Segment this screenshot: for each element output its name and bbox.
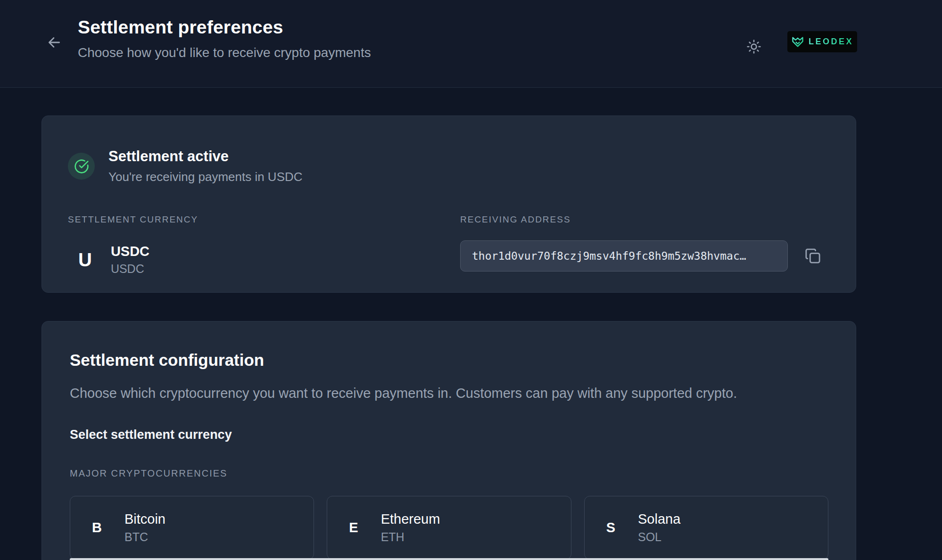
configuration-description: Choose which cryptocurrency you want to … <box>70 386 828 401</box>
settlement-currency-value: U USDC USDC <box>68 244 460 276</box>
status-subtitle: You're receiving payments in USDC <box>108 170 303 184</box>
currency-option-bitcoin[interactable]: B Bitcoin BTC <box>70 496 314 560</box>
currency-texts: USDC USDC <box>111 244 149 276</box>
option-name: Bitcoin <box>124 511 165 527</box>
status-texts: Settlement active You're receiving payme… <box>108 148 303 184</box>
option-texts: Ethereum ETH <box>381 511 440 544</box>
option-symbol: BTC <box>124 530 165 544</box>
brand-logo[interactable]: LEODEX <box>787 31 857 52</box>
option-texts: Solana SOL <box>638 511 680 544</box>
select-currency-label: Select settlement currency <box>70 428 828 442</box>
receiving-address-section: RECEIVING ADDRESS thor1d0vur70f8czj9msv4… <box>460 214 828 276</box>
sun-icon <box>746 39 761 54</box>
option-texts: Bitcoin BTC <box>124 511 165 544</box>
settlement-currency-label: SETTLEMENT CURRENCY <box>68 214 460 225</box>
solana-letter-icon: S <box>606 520 615 535</box>
theme-toggle-button[interactable] <box>745 38 763 56</box>
currency-symbol: USDC <box>111 262 149 276</box>
status-badge <box>68 153 95 180</box>
receiving-address-label: RECEIVING ADDRESS <box>460 214 828 225</box>
option-name: Ethereum <box>381 511 440 527</box>
page-subtitle: Choose how you'd like to receive crypto … <box>78 45 371 60</box>
page-title: Settlement preferences <box>78 17 371 38</box>
currency-name: USDC <box>111 244 149 259</box>
option-symbol: ETH <box>381 530 440 544</box>
back-button[interactable] <box>45 33 64 52</box>
settlement-configuration-card: Settlement configuration Choose which cr… <box>41 321 856 560</box>
next-section-peek <box>70 558 828 560</box>
copy-icon <box>805 248 821 264</box>
configuration-title: Settlement configuration <box>70 351 828 370</box>
settlement-status-card: Settlement active You're receiving payme… <box>41 115 856 293</box>
check-circle-icon <box>74 159 89 174</box>
major-cryptocurrencies-label: MAJOR CRYPTOCURRENCIES <box>70 468 828 479</box>
receiving-address-row: thor1d0vur70f8czj9msv4hf9fc8h9m5zw38hvma… <box>460 240 828 272</box>
receiving-address-field[interactable]: thor1d0vur70f8czj9msv4hf9fc8h9m5zw38hvma… <box>460 240 788 272</box>
settlement-currency-section: SETTLEMENT CURRENCY U USDC USDC <box>68 214 460 276</box>
header-titles: Settlement preferences Choose how you'd … <box>78 17 371 60</box>
status-details: SETTLEMENT CURRENCY U USDC USDC RECEIVIN… <box>68 214 828 276</box>
status-header: Settlement active You're receiving payme… <box>68 148 828 184</box>
currency-letter-icon: U <box>78 249 92 271</box>
currency-options-row: B Bitcoin BTC E Ethereum ETH S Solana SO… <box>70 496 828 560</box>
bitcoin-letter-icon: B <box>92 520 102 535</box>
page-header: Settlement preferences Choose how you'd … <box>0 0 942 88</box>
ethereum-letter-icon: E <box>349 520 358 535</box>
brand-logo-text: LEODEX <box>809 37 853 47</box>
option-symbol: SOL <box>638 530 680 544</box>
copy-address-button[interactable] <box>803 247 822 265</box>
arrow-left-icon <box>46 34 62 50</box>
lion-shield-icon <box>791 36 804 48</box>
option-name: Solana <box>638 511 680 527</box>
currency-option-ethereum[interactable]: E Ethereum ETH <box>327 496 571 560</box>
status-title: Settlement active <box>108 148 303 165</box>
currency-option-solana[interactable]: S Solana SOL <box>584 496 828 560</box>
